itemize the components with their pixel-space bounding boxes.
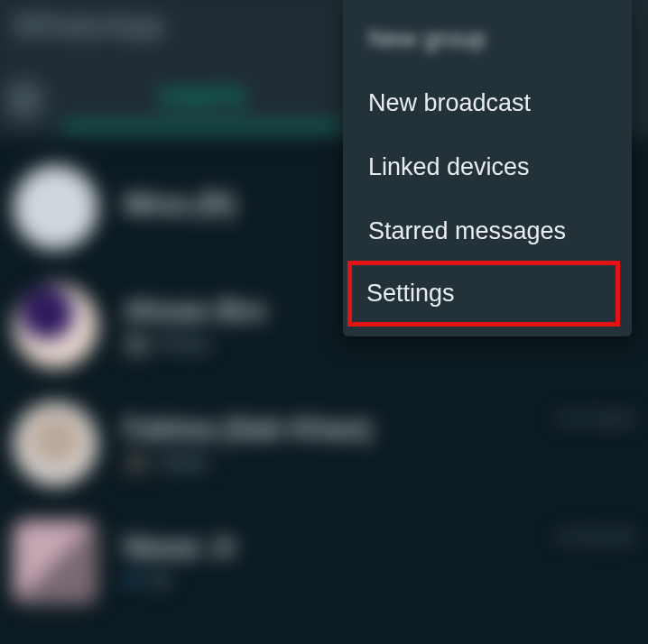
camera-icon[interactable] [5,81,43,119]
menu-item-new-broadcast[interactable]: New broadcast [343,71,632,135]
overflow-menu: New group New broadcast Linked devices S… [343,0,632,336]
chat-name: Nasar Jr [124,531,530,563]
menu-item-linked-devices[interactable]: Linked devices [343,135,632,199]
chat-time: 11:02 pm [557,520,635,547]
read-tick-icon: ✔ [124,569,141,593]
avatar [14,401,98,486]
avatar [14,165,98,250]
chat-item[interactable]: Fatima (Sah Khan) 🎥Video 11:14 pm [0,385,648,503]
chat-sub: ✔ok [124,569,530,593]
chat-texts: Fatima (Sah Khan) 🎥Video [124,413,530,475]
tab-chats[interactable]: CHATS [62,82,343,116]
avatar [14,520,98,604]
chat-item[interactable]: Nasar Jr ✔ok 11:02 pm [0,503,648,621]
app-title: WhatsApp [14,6,164,43]
menu-item-new-group[interactable]: New group [343,7,632,71]
chat-texts: Nasar Jr ✔ok [124,531,530,593]
chat-time: 11:14 pm [557,401,635,428]
photo-icon: 📷 [124,332,149,356]
menu-item-settings[interactable]: Settings [350,263,617,324]
avatar [14,283,98,368]
chat-sub: 🎥Video [124,450,530,474]
video-icon: 🎥 [124,450,149,474]
chat-name: Fatima (Sah Khan) [124,413,530,445]
menu-item-starred-messages[interactable]: Starred messages [343,199,632,263]
